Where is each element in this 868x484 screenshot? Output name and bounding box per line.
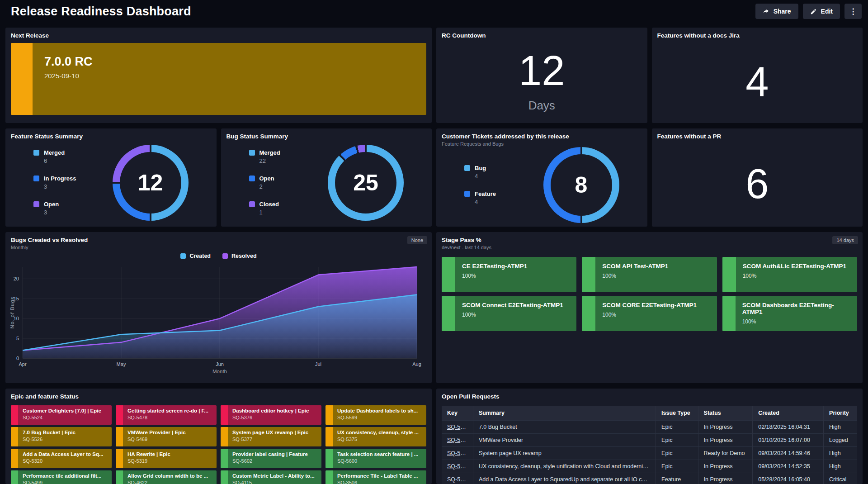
epic-status-tile[interactable]: Custom Metric Label - Ability to... SQ-4… (221, 470, 321, 484)
feature-status-donut: 12 (113, 145, 189, 221)
epic-status-tile[interactable]: Allow Grid column width to be ... SQ-462… (116, 470, 217, 484)
epic-status-tile[interactable]: Getting started screen re-do | F... SQ-5… (116, 405, 217, 425)
pr-cell: Logged (824, 434, 857, 447)
pr-column-header[interactable]: Priority (824, 406, 857, 421)
legend-swatch (464, 191, 470, 197)
legend-item: In Progress 3 (33, 175, 101, 190)
epic-title: HA Rewrite | Epic (127, 451, 170, 457)
epic-title: Add a Data Access Layer to Sq... (23, 451, 104, 457)
tile-title: Bug Status Summary (226, 133, 427, 140)
donut-legend: Merged 6 In Progress 3 Open 3 (33, 149, 101, 216)
epic-tile-stripe (116, 427, 123, 446)
epic-status-tile[interactable]: Performance tile additional filt... SQ-5… (11, 470, 112, 484)
pr-column-header[interactable]: Status (698, 406, 753, 421)
countdown-unit: Days (528, 99, 555, 113)
stage-pass-tile[interactable]: SCOM Dashboards E2ETesting-ATMP1 100% (722, 296, 857, 331)
release-version: 7.0.0 RC (44, 55, 426, 69)
next-release-banner[interactable]: 7.0.0 RC 2025-09-10 (11, 43, 426, 115)
tile-title: Customer Tickets addressed by this relea… (442, 133, 642, 140)
timeframe-badge[interactable]: 14 days (832, 236, 858, 244)
y-axis-label: No. of Bugs (9, 296, 15, 328)
epic-status-grid: Customer Delighters [7.0] | Epic SQ-5524… (11, 405, 426, 484)
more-options-button[interactable]: ⋮ (844, 4, 862, 19)
epic-status-tile[interactable]: Dashboard editor hotkey | Epic SQ-5376 (221, 405, 321, 425)
pr-cell-key: SQ-5375 (442, 460, 473, 473)
stage-pass-grid: CE E2ETesting-ATMP1 100% SCOM API Test-A… (442, 257, 857, 331)
x-tick-label: May (117, 361, 126, 367)
epic-status-tile[interactable]: System page UX revamp | Epic SQ-5377 (221, 427, 321, 446)
stage-tile-stripe (582, 257, 595, 292)
dashboard-grid: Next Release 7.0.0 RC 2025-09-10 RC Coun… (0, 22, 868, 484)
epic-title: Allow Grid column width to be ... (127, 473, 208, 479)
countdown-value: 12 (519, 50, 565, 91)
pr-key-link[interactable]: SQ-5375 (447, 463, 470, 470)
pr-column-header[interactable]: Key (442, 406, 473, 421)
epic-tile-stripe (11, 470, 18, 484)
stage-pass-tile[interactable]: SCOM API Test-ATMP1 100% (582, 257, 717, 292)
x-tick-label: Jun (216, 361, 224, 367)
pr-cell: 02/18/2025 16:04:31 (753, 421, 824, 434)
epic-tile-stripe (326, 449, 333, 468)
pr-key-link[interactable]: SQ-5377 (447, 450, 470, 456)
pr-row: SQ-5375UX consistency, cleanup, style un… (442, 460, 857, 473)
pr-column-header[interactable]: Issue Type (656, 406, 698, 421)
stage-value: 100% (742, 318, 850, 325)
epic-tile-stripe (116, 449, 123, 468)
pr-cell: Epic (656, 434, 698, 447)
pr-table-body: SQ-55267.0 Bug BucketEpicIn Progress02/1… (442, 421, 857, 484)
stage-pass-tile[interactable]: CE E2ETesting-ATMP1 100% (442, 257, 576, 292)
pr-cell: 01/10/2025 16:07:00 (753, 434, 824, 447)
epic-status-tile[interactable]: Customer Delighters [7.0] | Epic SQ-5524 (11, 405, 112, 425)
epic-tile-stripe (221, 449, 228, 468)
tile-subtitle: Feature Requests and Bugs (442, 141, 642, 147)
epic-status-tile[interactable]: UX consistency, cleanup, style ... SQ-53… (326, 427, 426, 446)
legend-swatch (249, 201, 255, 207)
tile-title: Feature Status Summary (11, 133, 211, 140)
legend-value: 2 (259, 183, 317, 190)
legend-label: Feature (475, 190, 496, 197)
pr-key-link[interactable]: SQ-5526 (447, 424, 470, 430)
pr-cell: UX consistency, cleanup, style unificati… (473, 460, 656, 473)
epic-status-tile[interactable]: 7.0 Bug Bucket | Epic SQ-5526 (11, 427, 112, 446)
pr-key-link[interactable]: SQ-5320 (447, 476, 470, 483)
pr-column-header[interactable]: Summary (473, 406, 656, 421)
epic-tile-stripe (11, 427, 18, 446)
donut-row: Merged 22 Open 2 Closed 1 25 (221, 142, 432, 223)
pr-cell: System page UX revamp (473, 447, 656, 460)
epic-key: SQ-5376 (232, 415, 309, 420)
pr-cell-key: SQ-5469 (442, 434, 473, 447)
legend-value: 22 (259, 157, 317, 164)
tile-stage-pass: Stage Pass % dev/next - last 14 days 14 … (436, 232, 863, 383)
pr-cell: VMWare Provider (473, 434, 656, 447)
epic-tile-stripe (221, 470, 228, 484)
stage-pass-tile[interactable]: SCOM CORE E2ETesting-ATMP1 100% (582, 296, 717, 331)
epic-tile-stripe (11, 405, 18, 425)
epic-title: Update Dashboard labels to sh... (337, 408, 418, 413)
donut-row: Bug 4 Feature 4 8 (436, 147, 647, 223)
pr-column-header[interactable]: Created (753, 406, 824, 421)
tile-title: Features without a docs Jira (657, 32, 858, 39)
share-button[interactable]: Share (755, 4, 798, 19)
pr-cell-key: SQ-5320 (442, 473, 473, 484)
tile-title: Features without a PR (657, 133, 858, 140)
epic-status-tile[interactable]: Add a Data Access Layer to Sq... SQ-5320 (11, 449, 112, 468)
edit-button[interactable]: Edit (803, 4, 840, 19)
banner-accent-stripe (11, 43, 33, 115)
pr-key-link[interactable]: SQ-5469 (447, 437, 470, 443)
epic-key: SQ-5599 (337, 415, 418, 420)
epic-status-tile[interactable]: Performance Tile - Label Table ... SQ-35… (326, 470, 426, 484)
legend-label: Open (259, 175, 274, 182)
epic-title: Custom Metric Label - Ability to... (232, 473, 315, 479)
stage-tile-stripe (582, 296, 595, 331)
epic-title: Provider label casing | Feature (232, 451, 308, 457)
epic-status-tile[interactable]: VMWare Provider | Epic SQ-5469 (116, 427, 217, 446)
pr-cell-key: SQ-5526 (442, 421, 473, 434)
donut-row: Merged 6 In Progress 3 Open 3 12 (5, 142, 217, 223)
epic-status-tile[interactable]: Update Dashboard labels to sh... SQ-5599 (326, 405, 426, 425)
epic-status-tile[interactable]: Provider label casing | Feature SQ-5602 (221, 449, 321, 468)
bug-status-donut: 25 (328, 145, 404, 221)
stage-pass-tile[interactable]: SCOM Connect E2ETesting-ATMP1 100% (442, 296, 576, 331)
epic-status-tile[interactable]: Task selection search feature | ... SQ-5… (326, 449, 426, 468)
stage-pass-tile[interactable]: SCOM Auth&Lic E2ETesting-ATMP1 100% (722, 257, 857, 292)
epic-status-tile[interactable]: HA Rewrite | Epic SQ-5319 (116, 449, 217, 468)
